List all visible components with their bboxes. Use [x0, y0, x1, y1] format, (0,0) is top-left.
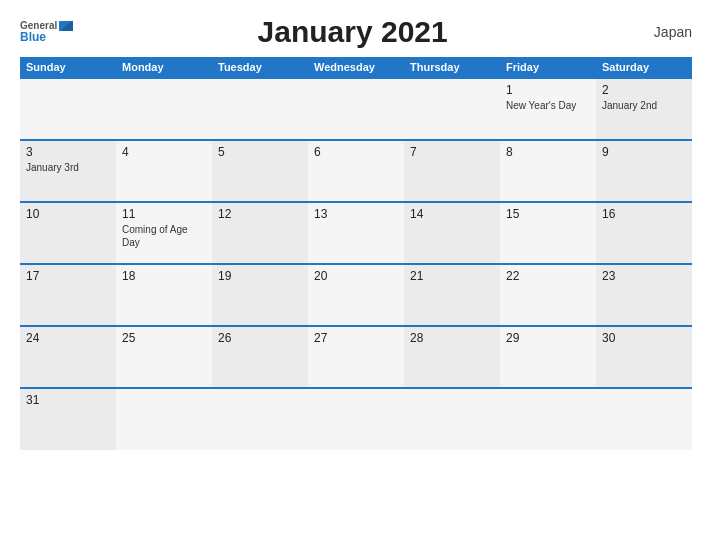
- day-number: 8: [506, 145, 590, 159]
- calendar-week-row: 1011Coming of Age Day1213141516: [20, 202, 692, 264]
- header-saturday: Saturday: [596, 57, 692, 78]
- calendar-cell: 21: [404, 264, 500, 326]
- header-tuesday: Tuesday: [212, 57, 308, 78]
- calendar-cell: 22: [500, 264, 596, 326]
- calendar-page: General Blue January 2021 Japan Sunday M…: [0, 0, 712, 550]
- header-monday: Monday: [116, 57, 212, 78]
- calendar-cell: 23: [596, 264, 692, 326]
- day-number: 6: [314, 145, 398, 159]
- calendar-cell: 9: [596, 140, 692, 202]
- event-label: New Year's Day: [506, 99, 590, 112]
- day-number: 12: [218, 207, 302, 221]
- day-number: 26: [218, 331, 302, 345]
- day-number: 11: [122, 207, 206, 221]
- calendar-cell: 18: [116, 264, 212, 326]
- day-number: 5: [218, 145, 302, 159]
- calendar-cell: 5: [212, 140, 308, 202]
- calendar-cell: 2January 2nd: [596, 78, 692, 140]
- day-number: 9: [602, 145, 686, 159]
- day-number: 18: [122, 269, 206, 283]
- day-number: 17: [26, 269, 110, 283]
- day-number: 24: [26, 331, 110, 345]
- calendar-cell: 7: [404, 140, 500, 202]
- header-wednesday: Wednesday: [308, 57, 404, 78]
- event-label: January 2nd: [602, 99, 686, 112]
- calendar-cell: 3January 3rd: [20, 140, 116, 202]
- day-number: 31: [26, 393, 110, 407]
- calendar-cell: [404, 388, 500, 450]
- day-number: 20: [314, 269, 398, 283]
- calendar-cell: [500, 388, 596, 450]
- calendar-cell: 27: [308, 326, 404, 388]
- header-sunday: Sunday: [20, 57, 116, 78]
- day-number: 2: [602, 83, 686, 97]
- day-number: 7: [410, 145, 494, 159]
- calendar-table: Sunday Monday Tuesday Wednesday Thursday…: [20, 57, 692, 450]
- calendar-cell: 28: [404, 326, 500, 388]
- day-number: 30: [602, 331, 686, 345]
- calendar-week-row: 17181920212223: [20, 264, 692, 326]
- day-number: 23: [602, 269, 686, 283]
- calendar-title: January 2021: [73, 15, 632, 49]
- calendar-week-row: 1New Year's Day2January 2nd: [20, 78, 692, 140]
- calendar-week-row: 31: [20, 388, 692, 450]
- calendar-cell: 11Coming of Age Day: [116, 202, 212, 264]
- calendar-cell: 15: [500, 202, 596, 264]
- day-number: 21: [410, 269, 494, 283]
- calendar-cell: [212, 388, 308, 450]
- header-thursday: Thursday: [404, 57, 500, 78]
- calendar-cell: [308, 388, 404, 450]
- logo-blue-text: Blue: [20, 31, 73, 44]
- day-number: 1: [506, 83, 590, 97]
- day-number: 16: [602, 207, 686, 221]
- calendar-cell: 30: [596, 326, 692, 388]
- calendar-cell: 16: [596, 202, 692, 264]
- calendar-cell: 10: [20, 202, 116, 264]
- event-label: January 3rd: [26, 161, 110, 174]
- day-number: 15: [506, 207, 590, 221]
- calendar-cell: 29: [500, 326, 596, 388]
- calendar-cell: 24: [20, 326, 116, 388]
- country-label: Japan: [632, 24, 692, 40]
- day-number: 27: [314, 331, 398, 345]
- calendar-cell: 1New Year's Day: [500, 78, 596, 140]
- day-number: 28: [410, 331, 494, 345]
- calendar-cell: 26: [212, 326, 308, 388]
- day-number: 13: [314, 207, 398, 221]
- calendar-cell: 17: [20, 264, 116, 326]
- calendar-cell: [404, 78, 500, 140]
- logo-flag-icon: [59, 21, 73, 31]
- calendar-cell: 13: [308, 202, 404, 264]
- day-number: 10: [26, 207, 110, 221]
- logo: General Blue: [20, 20, 73, 45]
- calendar-cell: [308, 78, 404, 140]
- day-number: 25: [122, 331, 206, 345]
- calendar-cell: 14: [404, 202, 500, 264]
- calendar-cell: 8: [500, 140, 596, 202]
- calendar-cell: 25: [116, 326, 212, 388]
- day-number: 4: [122, 145, 206, 159]
- calendar-cell: [212, 78, 308, 140]
- calendar-week-row: 24252627282930: [20, 326, 692, 388]
- calendar-cell: 6: [308, 140, 404, 202]
- day-number: 22: [506, 269, 590, 283]
- day-number: 14: [410, 207, 494, 221]
- calendar-cell: [116, 388, 212, 450]
- header-friday: Friday: [500, 57, 596, 78]
- header: General Blue January 2021 Japan: [20, 15, 692, 49]
- calendar-cell: 4: [116, 140, 212, 202]
- calendar-cell: [596, 388, 692, 450]
- weekday-header-row: Sunday Monday Tuesday Wednesday Thursday…: [20, 57, 692, 78]
- calendar-cell: 31: [20, 388, 116, 450]
- calendar-cell: 20: [308, 264, 404, 326]
- day-number: 3: [26, 145, 110, 159]
- calendar-cell: 12: [212, 202, 308, 264]
- calendar-cell: 19: [212, 264, 308, 326]
- day-number: 29: [506, 331, 590, 345]
- day-number: 19: [218, 269, 302, 283]
- calendar-cell: [116, 78, 212, 140]
- calendar-week-row: 3January 3rd456789: [20, 140, 692, 202]
- event-label: Coming of Age Day: [122, 223, 206, 249]
- calendar-cell: [20, 78, 116, 140]
